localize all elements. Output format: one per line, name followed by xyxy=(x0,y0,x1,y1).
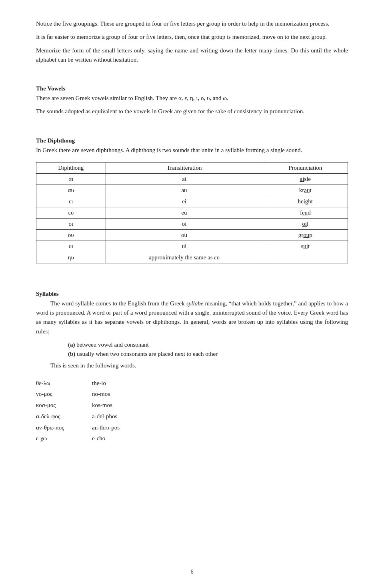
syllable-english-word: the-lo xyxy=(92,378,120,389)
transliteration-cell: ei xyxy=(106,196,263,207)
page: Notice the five groupings. These are gro… xyxy=(0,0,384,588)
syllable-rules: (a) between vowel and consonant (b) usua… xyxy=(36,340,348,359)
vowels-they-are: They are xyxy=(156,95,178,101)
transliteration-cell: eu xyxy=(106,207,263,218)
table-header-transliteration: Transliteration xyxy=(106,162,263,173)
rule-b-label: (b) xyxy=(68,351,75,357)
table-row: ευeufeud xyxy=(36,207,348,218)
transliteration-cell: ou xyxy=(106,229,263,241)
table-row: ηυapproximately the same as ευ xyxy=(36,252,348,263)
diphthong-cell: υι xyxy=(36,241,106,252)
table-row: οιoioil xyxy=(36,218,348,229)
syllables-section: Syllables The word syllable comes to the… xyxy=(36,291,348,444)
syllable-greek-column: θε-λωνο-μοςκοσ-μοςα-δελ-φοςαν-θρω-ποςε-χ… xyxy=(36,378,92,445)
pronunciation-cell: height xyxy=(263,196,348,207)
vowels-heading: The Vowels xyxy=(36,85,348,92)
diphthong-heading: The Diphthong xyxy=(36,137,348,144)
vowels-continuation: The sounds adopted as equivalent to the … xyxy=(36,107,348,116)
syllable-greek-word: κοσ-μος xyxy=(36,400,92,411)
transliteration-cell: ai xyxy=(106,173,263,185)
pronunciation-cell: group xyxy=(263,229,348,241)
table-row: ειeiheight xyxy=(36,196,348,207)
table-row: ουougroup xyxy=(36,229,348,241)
pronunciation-cell: oil xyxy=(263,218,348,229)
table-row: αιaiaisle xyxy=(36,173,348,185)
rule-b: (b) usually when two consonants are plac… xyxy=(68,349,348,359)
syllable-english-word: kos-mos xyxy=(92,400,120,411)
syllable-greek-word: αν-θρω-πος xyxy=(36,422,92,433)
syllable-greek-word: νο-μος xyxy=(36,389,92,400)
pronunciation-cell xyxy=(263,252,348,263)
syllables-heading: Syllables xyxy=(36,291,348,297)
pronunciation-cell: feud xyxy=(263,207,348,218)
table-row: αυaukraut xyxy=(36,185,348,196)
rule-a-label: (a) xyxy=(68,341,75,348)
intro-paragraph-2: It is far easier to memorize a group of … xyxy=(36,32,348,42)
vowels-list: α, ε, η, ι, ο, υ, and ω. xyxy=(178,95,228,101)
diphthong-cell: ευ xyxy=(36,207,106,218)
transliteration-cell: approximately the same as ευ xyxy=(106,252,263,263)
diphthong-cell: αυ xyxy=(36,185,106,196)
syllables-p1-start: The word syllable comes to the English f… xyxy=(50,300,185,307)
syllable-english-word: a-del-phos xyxy=(92,411,120,422)
transliteration-cell: ui xyxy=(106,241,263,252)
syllable-english-word: no-mos xyxy=(92,389,120,400)
syllable-word-list: θε-λωνο-μοςκοσ-μοςα-δελ-φοςαν-θρω-ποςε-χ… xyxy=(36,378,348,445)
intro-paragraph-1: Notice the five groupings. These are gro… xyxy=(36,19,348,28)
transliteration-cell: oi xyxy=(106,218,263,229)
table-row: υιuisuit xyxy=(36,241,348,252)
rule-a-text-content: between vowel and consonant xyxy=(76,341,148,348)
intro-paragraph-3: Memorize the form of the small letters o… xyxy=(36,46,348,65)
syllable-english-word: e-chō xyxy=(92,433,120,444)
vowels-intro-text: There are seven Greek vowels similar to … xyxy=(36,95,154,101)
table-header-diphthong: Diphthong xyxy=(36,162,106,173)
syllables-paragraph: The word syllable comes to the English f… xyxy=(36,299,348,336)
syllable-greek-word: α-δελ-φος xyxy=(36,411,92,422)
transliteration-cell: au xyxy=(106,185,263,196)
syllable-greek-word: ε-χω xyxy=(36,433,92,444)
diphthong-cell: ει xyxy=(36,196,106,207)
diphthong-cell: ου xyxy=(36,229,106,241)
vowels-intro: There are seven Greek vowels similar to … xyxy=(36,94,348,103)
pronunciation-cell: kraut xyxy=(263,185,348,196)
pronunciation-cell: suit xyxy=(263,241,348,252)
rule-b-text-content: usually when two consonants are placed n… xyxy=(77,351,218,357)
diphthong-cell: οι xyxy=(36,218,106,229)
page-number: 6 xyxy=(190,568,194,575)
syllable-greek-word: θε-λω xyxy=(36,378,92,389)
diphthong-cell: αι xyxy=(36,173,106,185)
syllable-english-word: an-thrō-pos xyxy=(92,422,120,433)
following-words-text: This is seen in the following words. xyxy=(50,361,348,370)
diphthong-table: Diphthong Transliteration Pronunciation … xyxy=(36,162,348,263)
rule-a: (a) between vowel and consonant xyxy=(68,340,348,349)
diphthong-cell: ηυ xyxy=(36,252,106,263)
table-header-pronunciation: Pronunciation xyxy=(263,162,348,173)
syllables-italic-word: syllabē xyxy=(186,300,204,307)
pronunciation-cell: aisle xyxy=(263,173,348,185)
diphthong-intro: In Greek there are seven diphthongs. A d… xyxy=(36,146,348,155)
syllable-english-column: the-lono-moskos-mosa-del-phosan-thrō-pos… xyxy=(92,378,120,445)
